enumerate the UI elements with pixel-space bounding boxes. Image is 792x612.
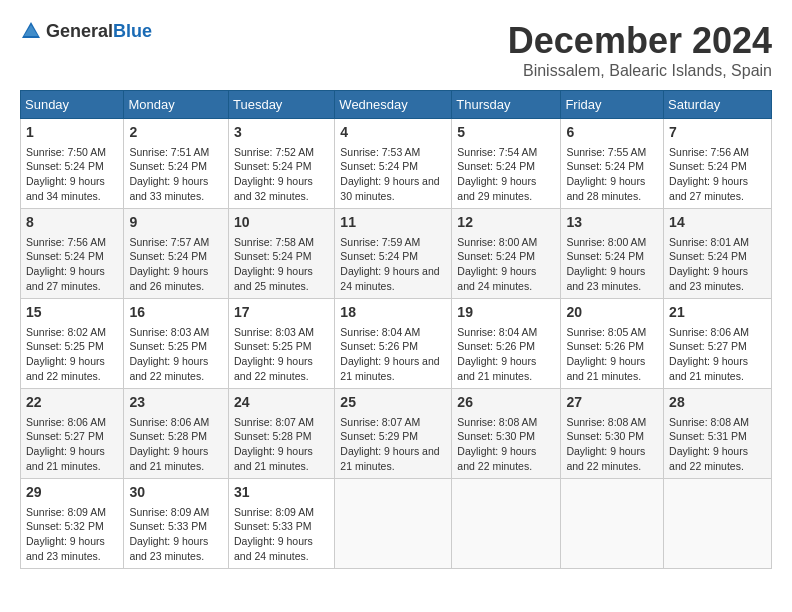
calendar-day-cell: 29Sunrise: 8:09 AMSunset: 5:32 PMDayligh… bbox=[21, 479, 124, 569]
calendar-day-cell: 13Sunrise: 8:00 AMSunset: 5:24 PMDayligh… bbox=[561, 209, 664, 299]
month-title: December 2024 bbox=[508, 20, 772, 62]
calendar-day-cell: 19Sunrise: 8:04 AMSunset: 5:26 PMDayligh… bbox=[452, 299, 561, 389]
calendar-day-cell: 20Sunrise: 8:05 AMSunset: 5:26 PMDayligh… bbox=[561, 299, 664, 389]
day-number: 31 bbox=[234, 483, 329, 503]
day-info: Sunrise: 8:08 AMSunset: 5:31 PMDaylight:… bbox=[669, 415, 766, 474]
day-info: Sunrise: 7:52 AMSunset: 5:24 PMDaylight:… bbox=[234, 145, 329, 204]
day-number: 4 bbox=[340, 123, 446, 143]
day-info: Sunrise: 8:00 AMSunset: 5:24 PMDaylight:… bbox=[566, 235, 658, 294]
day-number: 11 bbox=[340, 213, 446, 233]
day-info: Sunrise: 7:57 AMSunset: 5:24 PMDaylight:… bbox=[129, 235, 223, 294]
day-info: Sunrise: 8:05 AMSunset: 5:26 PMDaylight:… bbox=[566, 325, 658, 384]
calendar-day-cell: 17Sunrise: 8:03 AMSunset: 5:25 PMDayligh… bbox=[228, 299, 334, 389]
day-info: Sunrise: 7:53 AMSunset: 5:24 PMDaylight:… bbox=[340, 145, 446, 204]
weekday-header-monday: Monday bbox=[124, 91, 229, 119]
weekday-header-saturday: Saturday bbox=[664, 91, 772, 119]
calendar-day-cell: 9Sunrise: 7:57 AMSunset: 5:24 PMDaylight… bbox=[124, 209, 229, 299]
weekday-header-friday: Friday bbox=[561, 91, 664, 119]
calendar-day-cell bbox=[335, 479, 452, 569]
page-header: GeneralBlue December 2024 Binissalem, Ba… bbox=[20, 20, 772, 80]
weekday-header-row: SundayMondayTuesdayWednesdayThursdayFrid… bbox=[21, 91, 772, 119]
day-info: Sunrise: 8:06 AMSunset: 5:27 PMDaylight:… bbox=[26, 415, 118, 474]
day-number: 6 bbox=[566, 123, 658, 143]
day-info: Sunrise: 7:59 AMSunset: 5:24 PMDaylight:… bbox=[340, 235, 446, 294]
day-number: 20 bbox=[566, 303, 658, 323]
day-info: Sunrise: 8:09 AMSunset: 5:33 PMDaylight:… bbox=[234, 505, 329, 564]
day-info: Sunrise: 7:55 AMSunset: 5:24 PMDaylight:… bbox=[566, 145, 658, 204]
calendar-day-cell: 12Sunrise: 8:00 AMSunset: 5:24 PMDayligh… bbox=[452, 209, 561, 299]
day-number: 9 bbox=[129, 213, 223, 233]
day-info: Sunrise: 8:08 AMSunset: 5:30 PMDaylight:… bbox=[566, 415, 658, 474]
day-info: Sunrise: 8:00 AMSunset: 5:24 PMDaylight:… bbox=[457, 235, 555, 294]
day-number: 16 bbox=[129, 303, 223, 323]
calendar-day-cell: 16Sunrise: 8:03 AMSunset: 5:25 PMDayligh… bbox=[124, 299, 229, 389]
calendar-day-cell bbox=[561, 479, 664, 569]
title-section: December 2024 Binissalem, Balearic Islan… bbox=[508, 20, 772, 80]
calendar-day-cell: 21Sunrise: 8:06 AMSunset: 5:27 PMDayligh… bbox=[664, 299, 772, 389]
logo-icon bbox=[20, 20, 42, 42]
calendar-day-cell: 5Sunrise: 7:54 AMSunset: 5:24 PMDaylight… bbox=[452, 119, 561, 209]
day-number: 28 bbox=[669, 393, 766, 413]
day-info: Sunrise: 7:58 AMSunset: 5:24 PMDaylight:… bbox=[234, 235, 329, 294]
calendar-day-cell: 15Sunrise: 8:02 AMSunset: 5:25 PMDayligh… bbox=[21, 299, 124, 389]
day-number: 13 bbox=[566, 213, 658, 233]
day-number: 15 bbox=[26, 303, 118, 323]
calendar-day-cell: 6Sunrise: 7:55 AMSunset: 5:24 PMDaylight… bbox=[561, 119, 664, 209]
calendar-day-cell bbox=[664, 479, 772, 569]
calendar-day-cell: 31Sunrise: 8:09 AMSunset: 5:33 PMDayligh… bbox=[228, 479, 334, 569]
weekday-header-tuesday: Tuesday bbox=[228, 91, 334, 119]
day-number: 1 bbox=[26, 123, 118, 143]
day-number: 25 bbox=[340, 393, 446, 413]
calendar-day-cell: 25Sunrise: 8:07 AMSunset: 5:29 PMDayligh… bbox=[335, 389, 452, 479]
day-number: 26 bbox=[457, 393, 555, 413]
calendar-day-cell: 2Sunrise: 7:51 AMSunset: 5:24 PMDaylight… bbox=[124, 119, 229, 209]
calendar-week-row: 8Sunrise: 7:56 AMSunset: 5:24 PMDaylight… bbox=[21, 209, 772, 299]
calendar-week-row: 22Sunrise: 8:06 AMSunset: 5:27 PMDayligh… bbox=[21, 389, 772, 479]
day-number: 29 bbox=[26, 483, 118, 503]
calendar-day-cell: 7Sunrise: 7:56 AMSunset: 5:24 PMDaylight… bbox=[664, 119, 772, 209]
logo: GeneralBlue bbox=[20, 20, 152, 42]
day-info: Sunrise: 8:08 AMSunset: 5:30 PMDaylight:… bbox=[457, 415, 555, 474]
day-number: 27 bbox=[566, 393, 658, 413]
day-info: Sunrise: 8:04 AMSunset: 5:26 PMDaylight:… bbox=[340, 325, 446, 384]
calendar-table: SundayMondayTuesdayWednesdayThursdayFrid… bbox=[20, 90, 772, 569]
day-number: 19 bbox=[457, 303, 555, 323]
location-title: Binissalem, Balearic Islands, Spain bbox=[508, 62, 772, 80]
day-info: Sunrise: 8:07 AMSunset: 5:28 PMDaylight:… bbox=[234, 415, 329, 474]
calendar-day-cell: 8Sunrise: 7:56 AMSunset: 5:24 PMDaylight… bbox=[21, 209, 124, 299]
day-info: Sunrise: 8:09 AMSunset: 5:33 PMDaylight:… bbox=[129, 505, 223, 564]
day-number: 23 bbox=[129, 393, 223, 413]
day-number: 10 bbox=[234, 213, 329, 233]
day-number: 8 bbox=[26, 213, 118, 233]
calendar-day-cell: 24Sunrise: 8:07 AMSunset: 5:28 PMDayligh… bbox=[228, 389, 334, 479]
day-number: 17 bbox=[234, 303, 329, 323]
calendar-day-cell: 11Sunrise: 7:59 AMSunset: 5:24 PMDayligh… bbox=[335, 209, 452, 299]
day-number: 21 bbox=[669, 303, 766, 323]
day-number: 7 bbox=[669, 123, 766, 143]
day-info: Sunrise: 8:04 AMSunset: 5:26 PMDaylight:… bbox=[457, 325, 555, 384]
day-info: Sunrise: 8:03 AMSunset: 5:25 PMDaylight:… bbox=[234, 325, 329, 384]
calendar-day-cell: 3Sunrise: 7:52 AMSunset: 5:24 PMDaylight… bbox=[228, 119, 334, 209]
logo-general: GeneralBlue bbox=[46, 21, 152, 42]
calendar-day-cell: 22Sunrise: 8:06 AMSunset: 5:27 PMDayligh… bbox=[21, 389, 124, 479]
day-number: 18 bbox=[340, 303, 446, 323]
day-number: 30 bbox=[129, 483, 223, 503]
svg-marker-1 bbox=[24, 25, 38, 36]
calendar-day-cell: 10Sunrise: 7:58 AMSunset: 5:24 PMDayligh… bbox=[228, 209, 334, 299]
day-number: 12 bbox=[457, 213, 555, 233]
day-info: Sunrise: 8:02 AMSunset: 5:25 PMDaylight:… bbox=[26, 325, 118, 384]
day-info: Sunrise: 8:03 AMSunset: 5:25 PMDaylight:… bbox=[129, 325, 223, 384]
calendar-day-cell bbox=[452, 479, 561, 569]
calendar-day-cell: 4Sunrise: 7:53 AMSunset: 5:24 PMDaylight… bbox=[335, 119, 452, 209]
calendar-week-row: 29Sunrise: 8:09 AMSunset: 5:32 PMDayligh… bbox=[21, 479, 772, 569]
day-info: Sunrise: 8:06 AMSunset: 5:28 PMDaylight:… bbox=[129, 415, 223, 474]
calendar-day-cell: 27Sunrise: 8:08 AMSunset: 5:30 PMDayligh… bbox=[561, 389, 664, 479]
calendar-day-cell: 18Sunrise: 8:04 AMSunset: 5:26 PMDayligh… bbox=[335, 299, 452, 389]
weekday-header-thursday: Thursday bbox=[452, 91, 561, 119]
day-info: Sunrise: 8:07 AMSunset: 5:29 PMDaylight:… bbox=[340, 415, 446, 474]
day-info: Sunrise: 7:51 AMSunset: 5:24 PMDaylight:… bbox=[129, 145, 223, 204]
day-number: 3 bbox=[234, 123, 329, 143]
calendar-day-cell: 14Sunrise: 8:01 AMSunset: 5:24 PMDayligh… bbox=[664, 209, 772, 299]
calendar-day-cell: 30Sunrise: 8:09 AMSunset: 5:33 PMDayligh… bbox=[124, 479, 229, 569]
calendar-day-cell: 23Sunrise: 8:06 AMSunset: 5:28 PMDayligh… bbox=[124, 389, 229, 479]
